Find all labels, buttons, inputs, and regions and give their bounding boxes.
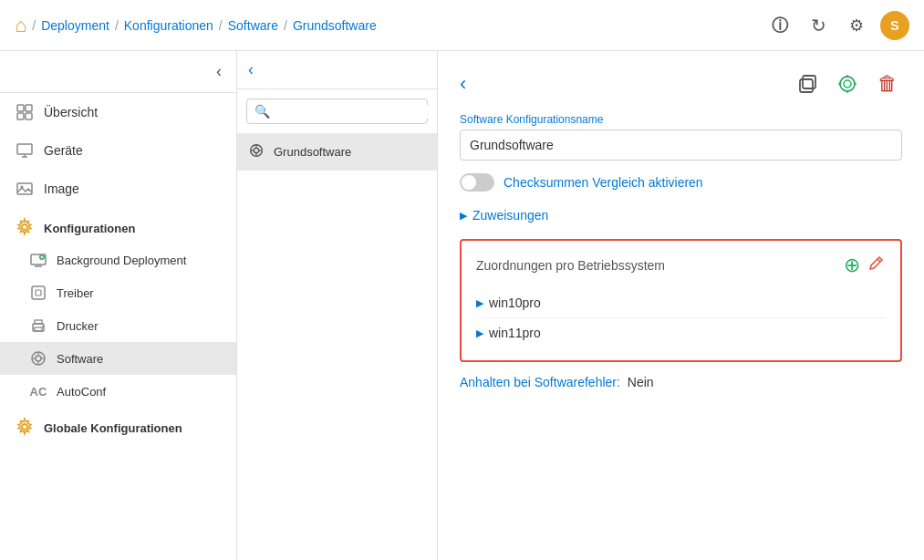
- os-section-header: Zuordnungen pro Betriebssystem ⊕: [476, 254, 886, 277]
- svg-point-29: [254, 148, 258, 152]
- sidebar-item-uebersicht-label: Übersicht: [44, 105, 98, 119]
- svg-rect-7: [17, 183, 32, 194]
- os-section-title: Zuordnungen pro Betriebssystem: [476, 258, 665, 273]
- svg-point-36: [840, 77, 855, 91]
- collapse-icon: ‹: [216, 62, 222, 80]
- breadcrumb-deployment[interactable]: Deployment: [41, 18, 109, 33]
- right-back-icon: ‹: [460, 72, 466, 95]
- sidebar-section-konfigurationen[interactable]: Konfigurationen: [0, 208, 236, 244]
- config-list: Grundsoftware: [237, 133, 437, 560]
- gear-icon: ⚙: [849, 16, 864, 36]
- svg-rect-34: [800, 79, 813, 92]
- background-deploy-icon: [29, 251, 47, 269]
- stop-on-error-label: Anhalten bei Softwarefehler:: [460, 375, 620, 389]
- checksummen-toggle[interactable]: [460, 173, 494, 192]
- sidebar-item-uebersicht[interactable]: Übersicht: [0, 93, 236, 131]
- sidebar-item-background-deployment[interactable]: Background Deployment: [0, 244, 236, 276]
- sidebar-item-software-label: Software: [57, 352, 103, 366]
- scan-button[interactable]: [833, 69, 862, 99]
- sidebar-item-image-label: Image: [44, 181, 79, 196]
- sidebar: ‹ Übersicht Geräte Image: [0, 51, 237, 560]
- sidebar-item-autoconf[interactable]: AC AutoConf: [0, 375, 236, 408]
- svg-point-22: [36, 356, 41, 361]
- sidebar-item-drucker[interactable]: Drucker: [0, 309, 236, 342]
- sidebar-collapse-button[interactable]: ‹: [213, 58, 225, 85]
- middle-back-button[interactable]: ‹: [248, 60, 254, 79]
- monitor-icon: [15, 140, 35, 161]
- sidebar-section-globale[interactable]: Globale Konfigurationen: [0, 408, 236, 443]
- svg-rect-15: [32, 286, 45, 299]
- middle-panel-header: ‹: [237, 51, 437, 89]
- checksummen-label: Checksummen Vergleich aktivieren: [504, 175, 703, 190]
- info-button[interactable]: ⓘ: [765, 11, 794, 40]
- globale-gear-icon: [15, 417, 35, 440]
- sidebar-item-image[interactable]: Image: [0, 170, 236, 208]
- search-box: 🔍: [246, 99, 428, 124]
- copy-button[interactable]: [793, 69, 822, 99]
- breadcrumb-sep-2: /: [115, 18, 119, 33]
- avatar[interactable]: S: [880, 11, 909, 40]
- delete-button[interactable]: 🗑: [873, 69, 902, 99]
- autoconf-icon: AC: [29, 382, 47, 400]
- config-item-grundsoftware-label: Grundsoftware: [274, 145, 351, 159]
- refresh-button[interactable]: ↻: [804, 11, 833, 40]
- config-name-field: Software Konfigurationsname: [460, 113, 902, 173]
- right-panel-header: ‹ 🗑: [460, 69, 902, 99]
- grid-icon: [15, 102, 35, 122]
- treiber-icon: [29, 284, 47, 302]
- sidebar-item-geraete[interactable]: Geräte: [0, 131, 236, 170]
- svg-rect-4: [17, 144, 32, 154]
- os-section: Zuordnungen pro Betriebssystem ⊕ ▶ win10…: [460, 239, 902, 362]
- os-item-win10pro[interactable]: ▶ win10pro: [476, 288, 886, 318]
- svg-rect-18: [35, 320, 42, 324]
- search-input[interactable]: [275, 105, 429, 119]
- software-icon: [29, 349, 47, 368]
- home-icon[interactable]: ⌂: [15, 14, 26, 37]
- win11pro-label: win11pro: [489, 326, 541, 340]
- os-item-win11pro[interactable]: ▶ win11pro: [476, 318, 886, 347]
- header-icons: ⓘ ↻ ⚙ S: [765, 11, 909, 40]
- sidebar-item-treiber[interactable]: Treiber: [0, 276, 236, 309]
- svg-point-27: [22, 424, 27, 430]
- breadcrumb-grundsoftware: Grundsoftware: [293, 18, 377, 33]
- stop-on-error: Anhalten bei Softwarefehler: Nein: [460, 375, 902, 389]
- config-name-input[interactable]: [460, 130, 902, 161]
- image-icon: [15, 179, 35, 199]
- right-panel: ‹ 🗑 Software Konfigurationsname Checksum…: [438, 51, 924, 560]
- sidebar-item-software[interactable]: Software: [0, 342, 236, 375]
- toggle-knob: [462, 175, 476, 190]
- config-name-label: Software Konfigurationsname: [460, 113, 902, 126]
- middle-back-icon: ‹: [248, 60, 254, 78]
- right-back-button[interactable]: ‹: [460, 72, 466, 96]
- os-edit-button[interactable]: [867, 254, 886, 277]
- svg-rect-16: [36, 290, 41, 296]
- stop-on-error-value: Nein: [628, 375, 654, 389]
- sidebar-item-autoconf-label: AutoConf: [57, 385, 106, 399]
- config-item-grundsoftware[interactable]: Grundsoftware: [237, 133, 437, 171]
- win10pro-label: win10pro: [489, 296, 541, 310]
- breadcrumb-sep-3: /: [219, 18, 223, 33]
- settings-button[interactable]: ⚙: [842, 11, 871, 40]
- svg-point-37: [844, 80, 851, 88]
- info-icon: ⓘ: [772, 15, 788, 36]
- sidebar-section-konfigurationen-label: Konfigurationen: [44, 222, 135, 235]
- main-layout: ‹ Übersicht Geräte Image: [0, 51, 924, 560]
- breadcrumb-konfigurationen[interactable]: Konfigurationen: [124, 18, 213, 33]
- os-add-button[interactable]: ⊕: [844, 254, 860, 277]
- os-section-actions: ⊕: [844, 254, 886, 277]
- svg-point-20: [42, 326, 44, 327]
- svg-rect-35: [803, 76, 815, 88]
- svg-rect-3: [26, 113, 32, 119]
- refresh-icon: ↻: [811, 15, 826, 36]
- middle-panel: ‹ 🔍 Grundsoftware: [237, 51, 438, 560]
- win10pro-arrow: ▶: [476, 297, 483, 309]
- sidebar-item-drucker-label: Drucker: [57, 319, 99, 333]
- breadcrumb-software[interactable]: Software: [228, 18, 278, 33]
- assignments-arrow: ▶: [460, 210, 467, 222]
- search-icon: 🔍: [254, 104, 270, 119]
- sidebar-item-background-deployment-label: Background Deployment: [57, 254, 186, 267]
- sidebar-item-geraete-label: Geräte: [44, 143, 83, 158]
- header: ⌂ / Deployment / Konfigurationen / Softw…: [0, 0, 924, 51]
- assignments-row[interactable]: ▶ Zuweisungen: [460, 204, 902, 226]
- right-action-icons: 🗑: [793, 69, 902, 99]
